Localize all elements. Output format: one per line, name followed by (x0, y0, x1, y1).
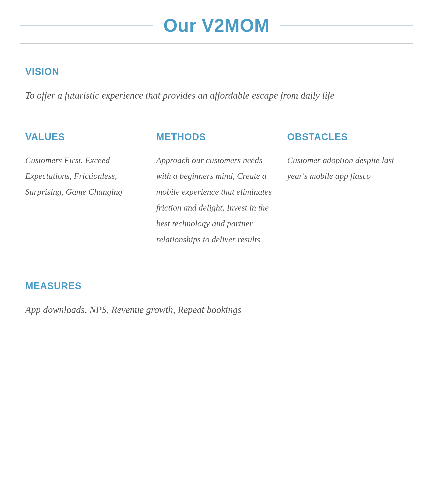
page-header: Our V2MOM (20, 15, 413, 44)
measures-text: App downloads, NPS, Revenue growth, Repe… (25, 302, 408, 318)
three-col-section: VALUES Customers First, Exceed Expectati… (20, 119, 413, 268)
measures-label: MEASURES (25, 281, 408, 291)
obstacles-text: Customer adoption despite last year's mo… (287, 153, 403, 184)
measures-section: MEASURES App downloads, NPS, Revenue gro… (20, 268, 413, 333)
values-text: Customers First, Exceed Expectations, Fr… (25, 153, 141, 200)
methods-text: Approach our customers needs with a begi… (156, 153, 272, 248)
values-column: VALUES Customers First, Exceed Expectati… (20, 119, 151, 268)
obstacles-label: OBSTACLES (287, 132, 403, 142)
header-line-left (20, 25, 153, 26)
obstacles-column: OBSTACLES Customer adoption despite last… (282, 119, 413, 268)
values-label: VALUES (25, 132, 141, 142)
header-line-right (280, 25, 413, 26)
vision-text: To offer a futuristic experience that pr… (25, 87, 408, 104)
page-title: Our V2MOM (153, 15, 280, 36)
vision-label: VISION (25, 66, 408, 77)
vision-section: VISION To offer a futuristic experience … (20, 54, 413, 119)
methods-column: METHODS Approach our customers needs wit… (151, 119, 282, 268)
methods-label: METHODS (156, 132, 272, 142)
